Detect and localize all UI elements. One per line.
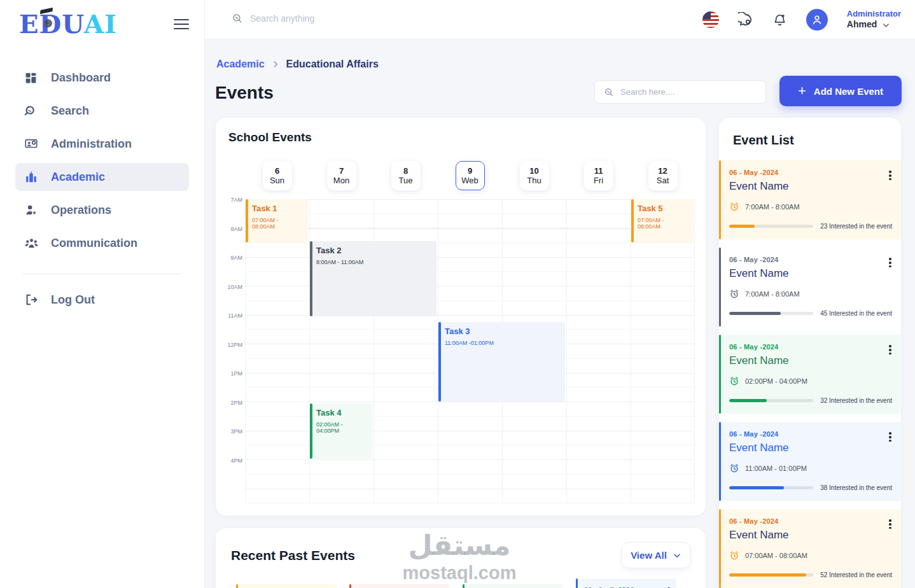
task-time: 02:00AM - 04:00PM xyxy=(316,421,366,434)
past-event-card[interactable]: 06 - April -2024 xyxy=(349,584,450,588)
kebab-menu-icon[interactable] xyxy=(889,431,891,444)
calendar-grid-area: Task 107:00AM - 08:00AMTask 28:00AM - 11… xyxy=(245,199,695,503)
sidebar-item-communication[interactable]: Communication xyxy=(15,229,189,257)
event-time-row: 7:00AM - 8:00AM xyxy=(729,289,892,299)
topbar: Search anything Administrator Ahmed xyxy=(205,0,915,39)
event-progress-row: 52 Interested in the event xyxy=(729,571,892,578)
event-card[interactable]: 06 - May -2024Event Name02:00PM - 04:00P… xyxy=(719,335,901,414)
add-new-event-button[interactable]: + Add New Event xyxy=(779,76,902,106)
progress-fill xyxy=(729,312,781,315)
past-event-card[interactable]: 06 - April -2024 xyxy=(463,584,563,588)
event-date: 06 - May -2024 xyxy=(729,517,892,525)
hamburger-menu-icon[interactable] xyxy=(174,16,189,32)
event-name: Event Name xyxy=(729,354,892,367)
interested-count: 23 Interested in the event xyxy=(820,223,892,230)
past-events-row: 06 - April -202406 - April -202406 - Apr… xyxy=(231,578,690,588)
event-card[interactable]: 06 - May -2024Event Name07:00AM - 08:00A… xyxy=(719,509,901,588)
sidebar-item-label: Communication xyxy=(51,237,137,250)
sidebar-item-operations[interactable]: Operations xyxy=(15,196,189,224)
event-time-row: 07:00AM - 08:00AM xyxy=(729,550,892,561)
interested-count: 38 Interested in the event xyxy=(820,484,892,491)
calendar-task-task-5[interactable]: Task 507:00AM - 08:00AM xyxy=(631,199,694,242)
sidebar-nav: DashboardSearchAdministrationAcademicOpe… xyxy=(0,64,204,257)
event-time: 11:00AM - 01:00PM xyxy=(745,465,807,472)
alarm-clock-icon xyxy=(729,376,739,386)
event-progress-row: 32 Interested in the event xyxy=(729,397,892,404)
task-name: Task 3 xyxy=(445,326,559,336)
view-all-button[interactable]: View All xyxy=(622,542,690,568)
calendar-task-task-2[interactable]: Task 28:00AM - 11:00AM xyxy=(310,241,437,316)
calendar-task-task-3[interactable]: Task 311:00AM -01:00PM xyxy=(438,322,565,402)
breadcrumb-educational-affairs: Educational Affairs xyxy=(286,59,379,70)
day-pill-fri[interactable]: 11Fri xyxy=(584,161,613,190)
event-time: 7:00AM - 8:00AM xyxy=(745,203,800,211)
time-label: 4PM xyxy=(226,458,242,464)
time-label: 3PM xyxy=(226,428,242,435)
task-time: 07:00AM - 08:00AM xyxy=(252,217,302,230)
day-pill-tue[interactable]: 8Tue xyxy=(391,161,421,190)
page-title: Events xyxy=(215,83,274,103)
global-search-input[interactable]: Search anything xyxy=(232,13,314,24)
academic-icon xyxy=(24,169,39,185)
calendar-days-row: 6Sun7Mon8Tue9Web10Thu11Fri12Sat xyxy=(245,161,695,190)
kebab-menu-icon[interactable] xyxy=(889,344,891,356)
alarm-clock-icon xyxy=(729,202,739,212)
calendar-task-task-4[interactable]: Task 402:00AM - 04:00PM xyxy=(310,403,372,459)
progress-bar xyxy=(729,225,813,228)
time-label: 10AM xyxy=(226,284,242,290)
notifications-bell-icon[interactable] xyxy=(772,13,787,27)
day-abbr: Web xyxy=(461,176,478,185)
event-time-row: 7:00AM - 8:00AM xyxy=(729,202,892,212)
user-avatar[interactable] xyxy=(806,9,828,31)
task-time: 07:00AM - 08:00AM xyxy=(638,217,687,230)
event-progress-row: 23 Interested in the event xyxy=(729,223,892,230)
sidebar-item-dashboard[interactable]: Dashboard xyxy=(15,64,189,92)
school-events-panel: School Events 6Sun7Mon8Tue9Web10Thu11Fri… xyxy=(216,118,706,515)
sidebar-item-log-out[interactable]: Log Out xyxy=(15,286,189,314)
progress-fill xyxy=(729,486,784,489)
task-time: 8:00AM - 11:00AM xyxy=(316,259,430,265)
sidebar-item-label: Operations xyxy=(51,204,111,217)
sidebar-item-academic[interactable]: Academic xyxy=(15,163,189,191)
breadcrumb-academic[interactable]: Academic xyxy=(216,59,265,70)
day-pill-mon[interactable]: 7Mon xyxy=(327,161,356,190)
sidebar-item-label: Academic xyxy=(51,171,105,184)
time-label: 8AM xyxy=(226,226,242,232)
event-time-row: 02:00PM - 04:00PM xyxy=(729,376,892,386)
time-label: 12PM xyxy=(226,342,242,348)
operations-icon xyxy=(24,202,39,218)
kebab-menu-icon[interactable] xyxy=(889,518,891,531)
day-number: 9 xyxy=(468,166,472,176)
messages-icon[interactable] xyxy=(738,12,753,27)
alarm-clock-icon xyxy=(729,463,739,473)
day-cell: 8Tue xyxy=(374,161,438,190)
kebab-menu-icon[interactable] xyxy=(889,169,891,182)
event-card[interactable]: 06 - May -2024Event Name11:00AM - 01:00P… xyxy=(719,422,901,501)
language-flag-icon[interactable] xyxy=(702,11,719,28)
day-pill-sun[interactable]: 6Sun xyxy=(263,161,292,190)
calendar-task-task-1[interactable]: Task 107:00AM - 08:00AM xyxy=(246,199,308,242)
school-events-title: School Events xyxy=(228,130,695,144)
task-name: Task 4 xyxy=(316,408,366,417)
day-pill-web[interactable]: 9Web xyxy=(456,161,485,190)
task-name: Task 2 xyxy=(316,246,430,255)
app-logo: EDUAI xyxy=(19,11,117,37)
plus-icon: + xyxy=(798,84,806,98)
logo-graduation-cap-icon: D xyxy=(39,11,62,37)
sidebar-item-administration[interactable]: Administration xyxy=(15,130,189,158)
user-menu[interactable]: Administrator Ahmed xyxy=(847,9,901,31)
administration-icon xyxy=(24,136,39,151)
kebab-menu-icon[interactable] xyxy=(889,256,891,269)
events-search-input[interactable]: Search here.... xyxy=(594,80,766,104)
event-card[interactable]: 06 - May -2024Event Name7:00AM - 8:00AM4… xyxy=(719,248,901,326)
day-pill-sat[interactable]: 12Sat xyxy=(648,161,678,190)
alarm-clock-icon xyxy=(729,550,739,561)
day-pill-thu[interactable]: 10Thu xyxy=(520,161,549,190)
chevron-down-icon xyxy=(673,551,681,560)
event-date: 06 - May -2024 xyxy=(729,430,892,438)
event-date: 06 - May -2024 xyxy=(729,169,892,176)
past-event-card[interactable]: 06 - April -2024 xyxy=(236,584,337,588)
sidebar-item-search[interactable]: Search xyxy=(15,97,189,125)
event-card[interactable]: 06 - May -2024Event Name7:00AM - 8:00AM2… xyxy=(719,160,901,239)
past-event-card[interactable]: 06 - April -2024Event Name xyxy=(576,578,676,588)
